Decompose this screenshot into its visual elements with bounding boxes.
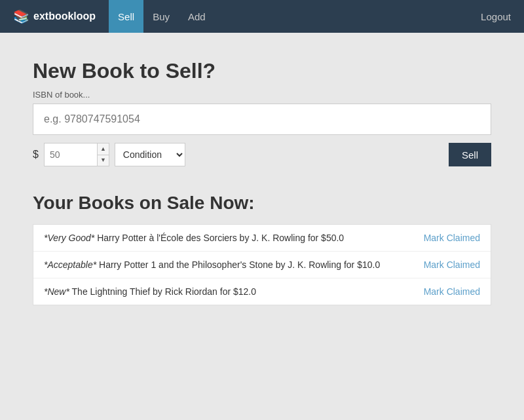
book-condition-0: *Very Good*: [44, 233, 94, 243]
book-description-1: Harry Potter 1 and the Philosopher's Sto…: [96, 259, 380, 270]
page-title: New Book to Sell?: [33, 59, 491, 83]
nav-buy[interactable]: Buy: [143, 0, 179, 33]
table-row: *Very Good* Harry Potter à l'École des S…: [33, 225, 491, 252]
sell-button[interactable]: Sell: [449, 143, 491, 166]
isbn-input[interactable]: [33, 104, 491, 135]
price-spinners: ▲ ▼: [97, 143, 109, 166]
price-up-button[interactable]: ▲: [98, 143, 109, 155]
logout-button[interactable]: Logout: [481, 11, 511, 22]
nav-add[interactable]: Add: [179, 0, 215, 33]
brand-icon: 📚: [13, 9, 29, 24]
book-item-text-0: *Very Good* Harry Potter à l'École des S…: [44, 233, 411, 243]
condition-select[interactable]: Condition New Very Good Good Acceptable: [115, 143, 185, 166]
book-condition-2: *New*: [44, 286, 69, 297]
navbar: 📚 extbookloop Sell Buy Add Logout: [0, 0, 524, 33]
isbn-label: ISBN of book...: [33, 90, 491, 100]
dollar-sign: $: [33, 149, 39, 161]
brand: 📚 extbookloop: [13, 9, 96, 24]
mark-claimed-button-1[interactable]: Mark Claimed: [424, 259, 480, 270]
book-description-0: Harry Potter à l'École des Sorciers by J…: [94, 233, 344, 243]
main-content: New Book to Sell? ISBN of book... $ ▲ ▼ …: [0, 33, 524, 332]
mark-claimed-button-2[interactable]: Mark Claimed: [424, 286, 480, 297]
nav-links: Sell Buy Add: [109, 0, 481, 33]
nav-sell[interactable]: Sell: [109, 0, 143, 33]
price-input[interactable]: [45, 143, 97, 166]
books-section-title: Your Books on Sale Now:: [33, 193, 491, 214]
table-row: *Acceptable* Harry Potter 1 and the Phil…: [33, 252, 491, 278]
book-description-2: The Lightning Thief by Rick Riordan for …: [69, 286, 256, 297]
sell-row: $ ▲ ▼ Condition New Very Good Good Accep…: [33, 143, 491, 166]
brand-label: extbookloop: [33, 10, 96, 22]
price-down-button[interactable]: ▼: [98, 155, 109, 166]
table-row: *New* The Lightning Thief by Rick Riorda…: [33, 278, 491, 305]
books-list: *Very Good* Harry Potter à l'École des S…: [33, 224, 491, 305]
price-wrapper: ▲ ▼: [44, 143, 109, 166]
book-item-text-2: *New* The Lightning Thief by Rick Riorda…: [44, 286, 411, 297]
mark-claimed-button-0[interactable]: Mark Claimed: [424, 233, 480, 243]
book-item-text-1: *Acceptable* Harry Potter 1 and the Phil…: [44, 259, 411, 270]
book-condition-1: *Acceptable*: [44, 259, 96, 270]
